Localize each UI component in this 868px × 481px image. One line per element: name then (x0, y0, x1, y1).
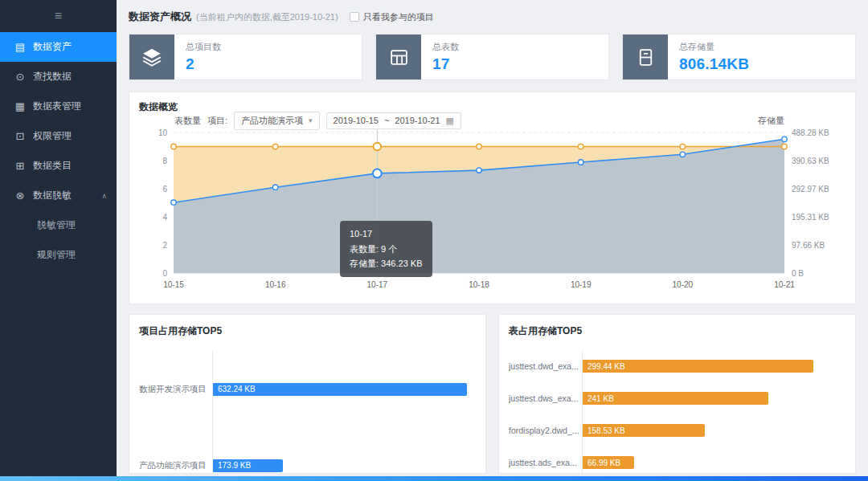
stat-text: 总存储量806.14KB (679, 41, 749, 73)
sidebar-item-permission-management[interactable]: ⊡权限管理 (0, 121, 117, 151)
table-count-point (374, 143, 382, 151)
svg-text:8: 8 (162, 157, 167, 165)
menu-toggle-icon[interactable]: ≡ (0, 0, 117, 32)
bar-value-label: 241 KB (583, 394, 614, 403)
storage-point (171, 200, 176, 205)
bar-value-label: 66.99 KB (583, 459, 620, 467)
only-my-projects-checkbox[interactable]: 只看我参与的项目 (350, 11, 434, 23)
bar-category-label: justtest.dws_exa... (509, 393, 582, 403)
svg-text:10-20: 10-20 (673, 280, 694, 289)
svg-text:10-19: 10-19 (571, 280, 592, 289)
bottom-charts-row: 项目占用存储TOP5 数据开发演示项目632.24 KB产品功能演示项目173.… (129, 314, 856, 474)
sidebar-item-label: 数据脱敏 (33, 189, 72, 202)
app-root: ≡ ▤数据资产⊙查找数据▦数据表管理⊡权限管理⊞数据类目⊗数据脱敏∧脱敏管理规则… (0, 0, 868, 481)
bar-category-label: justtest.ads_exa... (509, 458, 582, 467)
bar[interactable]: 173.9 KB (213, 459, 283, 472)
stat-card-total-projects: 总项目数2 (129, 34, 362, 80)
date-separator: ~ (384, 116, 389, 125)
bar-row: 数据开发演示项目632.24 KB (129, 351, 485, 427)
svg-text:10-18: 10-18 (469, 280, 489, 289)
stat-value: 806.14KB (679, 55, 749, 73)
sidebar-item-masking-management[interactable]: 脱敏管理 (0, 210, 117, 240)
storage-point (782, 137, 787, 141)
sidebar-item-data-masking[interactable]: ⊗数据脱敏∧ (0, 181, 117, 210)
bar-track: 173.9 KB (212, 427, 485, 474)
page-title: 数据资产概况 (129, 10, 191, 24)
bar-row: justtest.ads_exa...66.99 KB (499, 446, 855, 474)
stat-text: 总表数17 (432, 41, 459, 73)
find-data-icon: ⊙ (14, 71, 26, 83)
stat-label: 总项目数 (186, 41, 221, 53)
table-count-point (477, 144, 481, 149)
stat-value: 2 (186, 55, 221, 73)
storage-point (578, 160, 583, 165)
date-range-picker[interactable]: 2019-10-15 ~ 2019-10-21 ▦ (326, 112, 461, 129)
sidebar-item-data-assets[interactable]: ▤数据资产 (0, 32, 117, 62)
sidebar-item-rule-management[interactable]: 规则管理 (0, 240, 117, 270)
sidebar-menu: ▤数据资产⊙查找数据▦数据表管理⊡权限管理⊞数据类目⊗数据脱敏∧脱敏管理规则管理 (0, 32, 117, 270)
storage-point (680, 152, 685, 157)
svg-text:292.97 KB: 292.97 KB (792, 185, 829, 194)
stat-label: 总存储量 (679, 41, 749, 53)
svg-text:0 B: 0 B (792, 269, 804, 278)
page-subtitle: (当前租户内的数据,截至2019-10-21) (196, 11, 338, 23)
project-storage-bar-chart: 数据开发演示项目632.24 KB产品功能演示项目173.9 KB (129, 351, 485, 474)
calendar-icon: ▦ (446, 116, 454, 126)
sidebar: ≡ ▤数据资产⊙查找数据▦数据表管理⊡权限管理⊞数据类目⊗数据脱敏∧脱敏管理规则… (0, 0, 117, 481)
svg-text:10-16: 10-16 (265, 280, 286, 289)
date-end: 2019-10-21 (395, 116, 440, 125)
svg-text:6: 6 (162, 185, 167, 194)
svg-text:390.63 KB: 390.63 KB (792, 157, 829, 165)
project-select-value: 产品功能演示项 (241, 115, 303, 127)
sidebar-item-data-categories[interactable]: ⊞数据类目 (0, 151, 117, 181)
sidebar-item-label: 查找数据 (33, 70, 72, 84)
sidebar-item-table-management[interactable]: ▦数据表管理 (0, 92, 117, 121)
bar-row: 产品功能演示项目173.9 KB (129, 427, 485, 474)
layers-icon (129, 35, 174, 79)
stat-label: 总表数 (432, 41, 459, 53)
svg-text:0: 0 (162, 269, 167, 278)
chevron-up-icon: ∧ (101, 192, 107, 200)
tooltip-line-storage: 存储量: 346.23 KB (350, 256, 423, 271)
svg-text:97.66 KB: 97.66 KB (792, 241, 825, 250)
bar-track: 158.53 KB (582, 414, 855, 446)
bar[interactable]: 241 KB (583, 392, 768, 405)
svg-text:10-17: 10-17 (367, 280, 388, 289)
svg-text:10-15: 10-15 (163, 280, 184, 289)
video-progress-bar (0, 476, 868, 481)
storage-point (477, 168, 481, 173)
project-select[interactable]: 产品功能演示项 ▾ (234, 112, 320, 130)
left-axis-title: 表数量 (174, 115, 201, 127)
bar-row: fordisplay2.dwd_...158.53 KB (499, 414, 855, 446)
checkbox-label: 只看我参与的项目 (363, 11, 434, 23)
bar[interactable]: 299.44 KB (583, 360, 813, 373)
bar[interactable]: 158.53 KB (583, 424, 705, 437)
bar-track: 241 KB (582, 382, 855, 414)
table-count-point (578, 144, 583, 149)
svg-text:195.31 KB: 195.31 KB (792, 213, 829, 222)
date-start: 2019-10-15 (334, 116, 379, 125)
bar-track: 632.24 KB (212, 351, 485, 427)
checkbox-box[interactable] (350, 12, 359, 22)
chart-controls: 表数量 项目: 产品功能演示项 ▾ 2019-10-15 ~ 2019-10-2… (129, 110, 855, 131)
sidebar-item-label: 脱敏管理 (37, 218, 76, 232)
bar[interactable]: 66.99 KB (583, 456, 634, 469)
table-count-point (272, 144, 277, 149)
tooltip-title: 10-17 (350, 226, 423, 242)
svg-text:10-21: 10-21 (774, 280, 795, 289)
data-assets-icon: ▤ (14, 41, 26, 53)
sidebar-item-label: 规则管理 (37, 248, 76, 262)
bar[interactable]: 632.24 KB (213, 383, 467, 396)
bar-category-label: 数据开发演示项目 (139, 384, 212, 395)
svg-text:2: 2 (162, 241, 167, 250)
bar-category-label: 产品功能演示项目 (139, 460, 212, 471)
table-storage-bar-chart: justtest.dwd_exa...299.44 KBjusttest.dws… (499, 350, 855, 474)
storage-point (373, 169, 382, 178)
storage-icon (623, 35, 668, 79)
bar-value-label: 632.24 KB (213, 385, 256, 393)
sidebar-item-find-data[interactable]: ⊙查找数据 (0, 62, 117, 92)
stat-card-total-storage: 总存储量806.14KB (622, 34, 856, 80)
stat-card-total-tables: 总表数17 (375, 34, 609, 80)
bar-value-label: 158.53 KB (583, 426, 625, 435)
page-header: 数据资产概况 (当前租户内的数据,截至2019-10-21) 只看我参与的项目 (129, 8, 856, 26)
